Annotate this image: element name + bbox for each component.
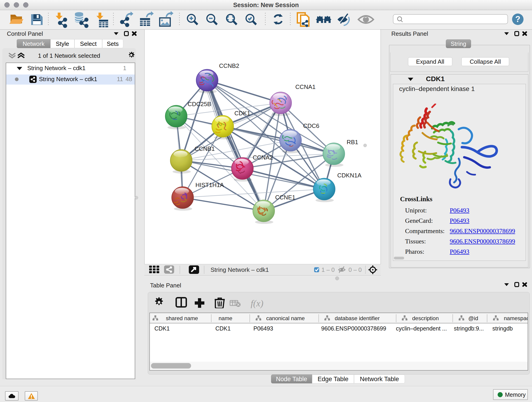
svg-text:CCNB1: CCNB1 (195, 145, 215, 152)
svg-text:description: description (412, 315, 439, 321)
svg-text:name: name (219, 315, 232, 321)
svg-text:CCNA1: CCNA1 (295, 83, 316, 90)
svg-text:CCNA2: CCNA2 (253, 154, 273, 161)
svg-text:CDKN1A: CDKN1A (337, 172, 361, 179)
svg-text:@id: @id (468, 315, 478, 321)
svg-text:HIST1H1A: HIST1H1A (196, 182, 224, 188)
svg-text:namespac: namespac (504, 315, 528, 321)
svg-text:CCNE1: CCNE1 (275, 194, 295, 201)
svg-text:CCNB2: CCNB2 (219, 62, 239, 69)
svg-text:CDC25B: CDC25B (188, 101, 211, 108)
svg-text:CDC6: CDC6 (303, 122, 319, 129)
svg-text:database identifier: database identifier (335, 315, 380, 321)
svg-text:RB1: RB1 (347, 139, 358, 146)
svg-text:String Network – cdk1: String Network – cdk1 (210, 266, 269, 273)
svg-text:shared name: shared name (166, 315, 198, 321)
svg-text:0 – 0: 0 – 0 (348, 266, 362, 273)
svg-text:?: ? (515, 14, 520, 24)
svg-text:canonical name: canonical name (266, 315, 305, 321)
svg-text:CDK1: CDK1 (234, 110, 250, 117)
svg-text:f(x): f(x) (251, 298, 264, 308)
svg-text:1 – 0: 1 – 0 (322, 266, 335, 273)
